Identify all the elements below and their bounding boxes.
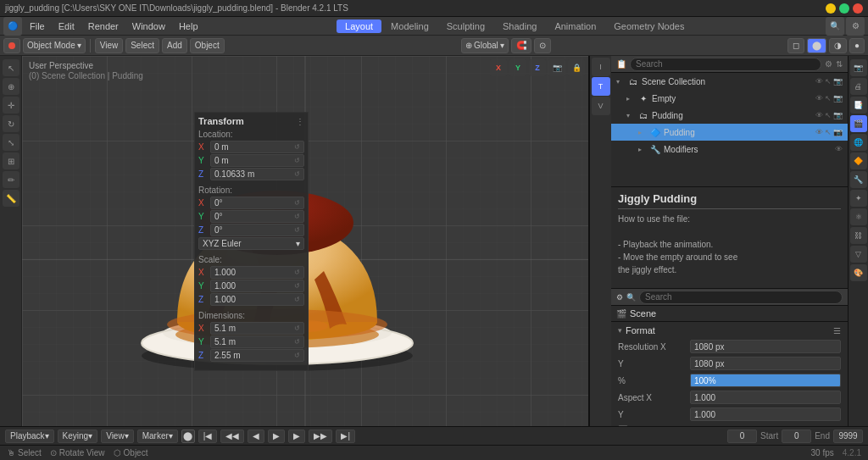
minimize-button[interactable] (826, 3, 836, 14)
outliner-search[interactable] (630, 58, 821, 71)
start-frame-input[interactable]: 0 (782, 430, 811, 443)
aspect-y-input[interactable]: 1.000 (690, 407, 841, 421)
reset-icon[interactable]: ↺ (294, 143, 300, 151)
scene-tab-label[interactable]: Scene (630, 308, 656, 319)
props-search[interactable] (639, 291, 843, 304)
cursor-icon4[interactable]: ↖ (825, 128, 832, 136)
outliner-item-empty[interactable]: ▸ ✦ Empty 👁 ↖ 📷 (611, 90, 848, 107)
blender-logo[interactable]: 🔵 (3, 17, 22, 36)
tab-geometry-nodes[interactable]: Geometry Nodes (605, 19, 693, 33)
menu-help[interactable]: Help (173, 19, 204, 33)
reset-sx[interactable]: ↺ (294, 269, 300, 276)
viewport-shading-material[interactable]: ◑ (829, 38, 847, 53)
jump-to-start[interactable]: |◀ (198, 430, 218, 443)
outliner-item-modifiers[interactable]: ▸ 🔧 Modifiers 👁 (611, 141, 848, 158)
modifier-props-tab[interactable]: 🔧 (850, 171, 867, 188)
reset-icon2[interactable]: ↺ (294, 157, 300, 164)
eye-icon2[interactable]: 👁 (815, 94, 823, 103)
tab-layout[interactable]: Layout (337, 19, 381, 33)
resolution-x-input[interactable]: 1080 px (690, 340, 841, 353)
tab-shading[interactable]: Shading (494, 19, 545, 33)
move-tool[interactable]: ✛ (3, 97, 19, 114)
scene-tab[interactable]: 🎬 (850, 115, 867, 132)
transform-tool[interactable]: ⊞ (3, 152, 19, 169)
search-icon[interactable]: 🔍 (826, 17, 844, 36)
viewport-shading-solid[interactable]: ⬤ (807, 38, 826, 53)
marker-dropdown[interactable]: Marker ▾ (137, 430, 178, 443)
data-tab[interactable]: ▽ (850, 246, 867, 263)
resolution-y-input[interactable]: 1080 px (690, 357, 841, 370)
jump-to-end[interactable]: ▶| (336, 430, 355, 443)
select-menu[interactable]: Select (125, 38, 159, 53)
cursor-icon2[interactable]: ↖ (825, 94, 832, 103)
eye-icon5[interactable]: 👁 (835, 145, 843, 153)
mode-dropdown[interactable]: Object Mode ▾ (23, 38, 86, 53)
outliner-item-scene-collection[interactable]: ▾ 🗂 Scene Collection 👁 ↖ 📷 (611, 73, 848, 90)
location-z-input[interactable]: 0.10633 m ↺ (210, 168, 304, 180)
add-menu[interactable]: Add (162, 38, 187, 53)
snap-btn[interactable]: 🧲 (511, 38, 531, 53)
tool-tab[interactable]: T (592, 77, 610, 96)
scale-x-input[interactable]: 1.000 ↺ (210, 266, 304, 279)
transform-dropdown[interactable]: ⊕ Global ▾ (461, 38, 509, 53)
end-frame-input[interactable]: 9999 (833, 430, 863, 443)
viewport-shading-wire[interactable]: ◻ (787, 38, 804, 53)
reset-icon3[interactable]: ↺ (294, 170, 300, 178)
menu-window[interactable]: Window (126, 19, 171, 33)
annotate-tool[interactable]: ✏ (3, 171, 19, 188)
next-frame[interactable]: ▶ (288, 430, 305, 443)
aspect-x-input[interactable]: 1.000 (690, 391, 841, 404)
sort-icon[interactable]: ⇅ (836, 59, 843, 69)
outliner-item-pudding-collection[interactable]: ▾ 🗂 Pudding 👁 ↖ 📷 (611, 107, 848, 124)
render-tab[interactable]: 📷 (850, 59, 867, 76)
menu-render[interactable]: Render (82, 19, 125, 33)
measure-tool[interactable]: 📏 (3, 190, 19, 207)
settings-icon[interactable]: ⚙ (846, 17, 865, 36)
dim-x-input[interactable]: 5.1 m ↺ (210, 322, 304, 335)
play-button[interactable]: ▶ (268, 430, 285, 443)
view-dropdown[interactable]: View ▾ (101, 430, 134, 443)
constraints-tab[interactable]: ⛓ (850, 227, 867, 244)
viewport-shading-render[interactable]: ● (849, 38, 865, 53)
maximize-button[interactable] (839, 3, 849, 14)
prev-keyframe[interactable]: ◀◀ (220, 430, 244, 443)
item-tab[interactable]: I (592, 58, 610, 76)
view-menu[interactable]: View (95, 38, 124, 53)
physics-tab[interactable]: ⚛ (850, 208, 867, 225)
reset-dx[interactable]: ↺ (294, 324, 300, 332)
transform-options[interactable]: ⋮ (296, 117, 304, 126)
viewport[interactable]: User Perspective (0) Scene Collection | … (22, 56, 588, 426)
cursor-tool[interactable]: ⊕ (3, 78, 19, 95)
format-options[interactable]: ☰ (833, 326, 841, 335)
frame-indicator[interactable]: ⬤ (181, 430, 195, 443)
viewport-lock[interactable]: 🔒 (568, 59, 585, 76)
scale-y-input[interactable]: 1.000 ↺ (210, 280, 304, 292)
dim-z-input[interactable]: 2.55 m ↺ (210, 349, 304, 362)
location-x-input[interactable]: 0 m ↺ (210, 141, 304, 153)
reset-dy[interactable]: ↺ (294, 338, 300, 346)
proportional-btn[interactable]: ⊙ (534, 38, 551, 53)
prev-frame[interactable]: ◀ (248, 430, 264, 443)
menu-edit[interactable]: Edit (53, 19, 81, 33)
menu-file[interactable]: File (24, 19, 51, 33)
filter-icon[interactable]: ⚙ (825, 59, 832, 69)
object-menu[interactable]: Object (190, 38, 225, 53)
rotation-mode-dropdown[interactable]: XYZ Euler ▾ (198, 237, 304, 250)
viewport-axis-z[interactable]: Z (529, 59, 546, 76)
reset-rx[interactable]: ↺ (294, 199, 300, 207)
eye-icon3[interactable]: 👁 (815, 111, 823, 119)
render-icon2[interactable]: 📷 (833, 94, 843, 103)
close-button[interactable] (853, 3, 863, 14)
resolution-pct-input[interactable]: 100% (690, 374, 841, 387)
tab-animation[interactable]: Animation (546, 19, 604, 33)
dim-y-input[interactable]: 5.1 m ↺ (210, 335, 304, 348)
viewport-axis-y[interactable]: Y (509, 59, 526, 76)
reset-sy[interactable]: ↺ (294, 282, 300, 290)
rotation-z-input[interactable]: 0° ↺ (210, 224, 304, 236)
reset-rz[interactable]: ↺ (294, 226, 300, 234)
reset-ry[interactable]: ↺ (294, 213, 300, 220)
material-tab[interactable]: 🎨 (850, 264, 867, 281)
outliner-item-pudding-mesh[interactable]: ▸ 🔷 Pudding 👁 ↖ 📷 (611, 124, 848, 141)
view-layer-tab[interactable]: 📑 (850, 97, 867, 114)
scale-tool[interactable]: ⤡ (3, 134, 19, 151)
